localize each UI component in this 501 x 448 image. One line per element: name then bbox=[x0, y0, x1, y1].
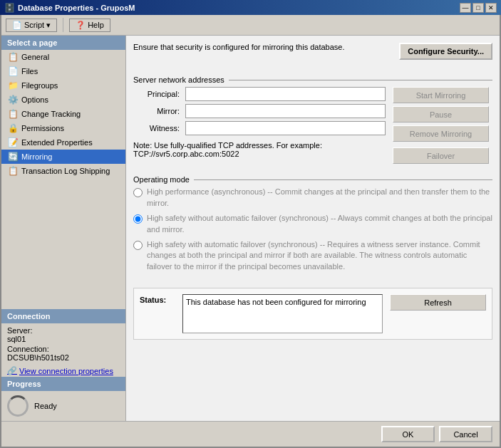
witness-label: Witness: bbox=[133, 124, 180, 132]
close-button[interactable]: ✕ bbox=[485, 3, 497, 13]
ok-button[interactable]: OK bbox=[381, 426, 435, 442]
radio-sync-no-failover: High safety without automatic failover (… bbox=[133, 213, 492, 235]
progress-section-header: Progress bbox=[1, 377, 125, 391]
radio-async-label: High performance (asynchronous) -- Commi… bbox=[147, 187, 492, 209]
radio-sync-failover-label: High safety with automatic failover (syn… bbox=[147, 239, 492, 272]
configure-security-button[interactable]: Configure Security... bbox=[399, 43, 492, 60]
sidebar-item-transaction-log[interactable]: 📋 Transaction Log Shipping bbox=[1, 164, 125, 178]
title-bar: 🗄️ Database Properties - GruposM — □ ✕ bbox=[0, 0, 501, 15]
toolbar: 📄 Script ▾ ❓ Help bbox=[1, 15, 500, 36]
connection-label: Connection: bbox=[7, 345, 120, 353]
link-icon: 🔗 bbox=[7, 366, 17, 375]
status-section: Status: This database has not been confi… bbox=[133, 288, 492, 340]
note-text: Note: Use fully-qualified TCP addresses.… bbox=[133, 138, 386, 161]
connection-section-header: Connection bbox=[1, 309, 125, 323]
failover-button[interactable]: Failover bbox=[393, 147, 489, 164]
mirror-row: Mirror: bbox=[133, 104, 386, 118]
address-fields: Principal: Mirror: Witness: bbox=[133, 87, 386, 164]
status-label: Status: bbox=[140, 294, 175, 304]
server-value: sql01 bbox=[7, 335, 120, 343]
operating-mode-header: Operating mode bbox=[133, 175, 492, 184]
view-connection-properties-link[interactable]: 🔗 View connection properties bbox=[1, 365, 125, 377]
info-text: Ensure that security is configured for m… bbox=[133, 43, 399, 51]
permissions-icon: 🔒 bbox=[7, 123, 19, 133]
app-icon: 🗄️ bbox=[4, 3, 15, 13]
filegroups-icon: 📁 bbox=[7, 80, 19, 90]
mirror-label: Mirror: bbox=[133, 107, 180, 115]
minimize-button[interactable]: — bbox=[460, 3, 471, 13]
server-label: Server: bbox=[7, 326, 120, 335]
connection-value: DCSUB\h501ts02 bbox=[7, 353, 120, 362]
change-tracking-icon: 📋 bbox=[7, 109, 19, 119]
refresh-button[interactable]: Refresh bbox=[390, 294, 486, 311]
mirror-input[interactable] bbox=[185, 104, 386, 118]
operating-mode-section: Operating mode High performance (asynchr… bbox=[133, 172, 492, 276]
server-network-header: Server network addresses bbox=[133, 75, 492, 84]
files-icon: 📄 bbox=[7, 66, 19, 76]
progress-spinner bbox=[7, 395, 29, 417]
action-buttons: Start Mirroring Pause Remove Mirroring F… bbox=[393, 87, 492, 164]
connection-info: Server: sql01 Connection: DCSUB\h501ts02 bbox=[1, 323, 125, 365]
general-icon: 📋 bbox=[7, 52, 19, 62]
main-panel: Ensure that security is configured for m… bbox=[126, 36, 500, 421]
principal-label: Principal: bbox=[133, 90, 180, 98]
window-title: Database Properties - GruposM bbox=[18, 4, 135, 12]
toolbar-separator bbox=[63, 18, 63, 32]
section-line bbox=[229, 80, 492, 80]
script-button[interactable]: 📄 Script ▾ bbox=[6, 19, 57, 32]
radio-sync-failover: High safety with automatic failover (syn… bbox=[133, 239, 492, 272]
sidebar-item-permissions[interactable]: 🔒 Permissions bbox=[1, 121, 125, 135]
sidebar-item-change-tracking[interactable]: 📋 Change Tracking bbox=[1, 107, 125, 121]
fields-and-buttons: Principal: Mirror: Witness: bbox=[133, 87, 492, 164]
sidebar-item-extended-properties[interactable]: 📝 Extended Properties bbox=[1, 135, 125, 150]
bottom-bar: OK Cancel bbox=[1, 421, 500, 447]
server-network-section: Server network addresses Principal: Mirr… bbox=[133, 73, 492, 164]
operating-mode-line bbox=[194, 179, 492, 180]
radio-sync-failover-input[interactable] bbox=[133, 241, 143, 250]
script-dropdown-icon: ▾ bbox=[46, 21, 51, 30]
help-icon: ❓ bbox=[76, 21, 86, 30]
sidebar-item-filegroups[interactable]: 📁 Filegroups bbox=[1, 78, 125, 93]
sidebar-item-mirroring[interactable]: 🔄 Mirroring bbox=[1, 150, 125, 164]
sidebar-item-general[interactable]: 📋 General bbox=[1, 50, 125, 64]
transaction-log-icon: 📋 bbox=[7, 166, 19, 176]
radio-async: High performance (asynchronous) -- Commi… bbox=[133, 187, 492, 209]
extended-properties-icon: 📝 bbox=[7, 137, 19, 147]
status-text-box: This database has not been configured fo… bbox=[182, 294, 383, 333]
mirroring-icon: 🔄 bbox=[7, 152, 19, 162]
remove-mirroring-button[interactable]: Remove Mirroring bbox=[393, 125, 489, 142]
progress-status: Ready bbox=[34, 402, 57, 410]
pause-button[interactable]: Pause bbox=[393, 106, 489, 123]
start-mirroring-button[interactable]: Start Mirroring bbox=[393, 87, 489, 103]
principal-row: Principal: bbox=[133, 87, 386, 101]
radio-sync-no-failover-label: High safety without automatic failover (… bbox=[147, 213, 492, 235]
principal-input[interactable] bbox=[185, 87, 386, 101]
radio-sync-no-failover-input[interactable] bbox=[133, 214, 143, 224]
cancel-button[interactable]: Cancel bbox=[439, 426, 492, 442]
sidebar: Select a page 📋 General 📄 Files 📁 Filegr… bbox=[1, 36, 126, 421]
maximize-button[interactable]: □ bbox=[472, 3, 484, 13]
info-area: Ensure that security is configured for m… bbox=[133, 43, 492, 60]
sidebar-item-options[interactable]: ⚙️ Options bbox=[1, 93, 125, 107]
witness-input[interactable] bbox=[185, 121, 386, 135]
progress-area: Ready bbox=[1, 391, 125, 421]
script-icon: 📄 bbox=[12, 21, 22, 30]
sidebar-item-files[interactable]: 📄 Files bbox=[1, 64, 125, 78]
window-controls[interactable]: — □ ✕ bbox=[460, 3, 497, 13]
radio-async-input[interactable] bbox=[133, 188, 143, 197]
witness-row: Witness: bbox=[133, 121, 386, 135]
sidebar-header: Select a page bbox=[1, 36, 125, 50]
help-button[interactable]: ❓ Help bbox=[69, 19, 110, 32]
sidebar-items: 📋 General 📄 Files 📁 Filegroups ⚙️ Option… bbox=[1, 50, 125, 306]
options-icon: ⚙️ bbox=[7, 95, 19, 105]
